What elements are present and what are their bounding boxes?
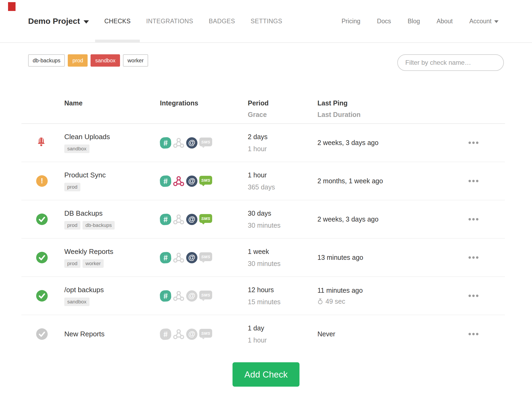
last-ping-value: 11 minutes ago [317, 287, 467, 294]
table-row: DB Backups prod db-backups # @ SMS 30 da… [21, 200, 505, 239]
period-value: 2 days [248, 133, 317, 141]
check-name: Product Sync [64, 171, 160, 179]
check-name: /opt backups [64, 286, 160, 294]
slack-icon: # [160, 175, 172, 187]
account-menu[interactable]: Account [469, 18, 499, 25]
check-name-cell[interactable]: Clean Uploads sandbox [64, 133, 160, 153]
row-menu-button[interactable] [467, 139, 479, 147]
email-icon: @ [186, 329, 197, 340]
slack-icon: # [160, 290, 172, 302]
row-menu-button[interactable] [467, 330, 479, 338]
last-ping-value: Never [317, 330, 467, 338]
status-new-icon [36, 328, 48, 340]
filter-bar: db-backups prod sandbox worker [28, 54, 504, 71]
last-ping-value: 2 weeks, 3 days ago [317, 215, 467, 223]
sms-icon: SMS [199, 214, 212, 223]
row-menu-button[interactable] [467, 177, 479, 185]
tab-integrations[interactable]: INTEGRATIONS [146, 0, 193, 42]
col-header-last-ping: Last Ping [317, 99, 467, 107]
grace-value: 30 minutes [248, 222, 317, 229]
check-name-cell[interactable]: Weekly Reports prod worker [64, 248, 160, 268]
last-ping-value: 2 weeks, 3 days ago [317, 139, 467, 147]
check-name-filter-input[interactable] [397, 54, 504, 71]
check-name-cell[interactable]: /opt backups sandbox [64, 286, 160, 306]
col-header-integrations: Integrations [160, 99, 248, 107]
link-about[interactable]: About [437, 18, 453, 25]
tag-filter-prod[interactable]: prod [68, 54, 88, 67]
tag-filter-sandbox[interactable]: sandbox [91, 54, 120, 67]
period-value: 12 hours [248, 286, 317, 294]
check-name: DB Backups [64, 209, 160, 218]
alert-bell-icon [36, 136, 46, 148]
tag-filter-db-backups[interactable]: db-backups [28, 54, 65, 67]
link-blog[interactable]: Blog [408, 18, 420, 25]
table-row: ! Product Sync prod # @ SMS 1 hour 365 d… [21, 162, 505, 200]
tag-chip: db-backups [83, 221, 115, 230]
webhook-icon [173, 176, 184, 187]
sms-icon: SMS [199, 176, 212, 185]
period-value: 1 day [248, 324, 317, 332]
tab-settings[interactable]: SETTINGS [251, 0, 282, 42]
tag-chip: prod [64, 259, 80, 268]
table-row: Clean Uploads sandbox # @ SMS 2 days 1 h… [21, 124, 505, 162]
check-name-cell[interactable]: New Reports [64, 330, 160, 338]
nav-links: Pricing Docs Blog About Account [342, 18, 499, 25]
tag-filter-worker[interactable]: worker [123, 54, 148, 67]
link-pricing[interactable]: Pricing [342, 18, 360, 25]
check-name: New Reports [64, 330, 160, 338]
chevron-down-icon [494, 20, 499, 23]
row-menu-button[interactable] [467, 292, 479, 300]
email-icon: @ [186, 290, 197, 302]
col-header-period: Period [248, 99, 317, 107]
table-row: /opt backups sandbox # @ SMS 12 hours 15… [21, 277, 505, 315]
link-docs[interactable]: Docs [377, 18, 391, 25]
check-name-cell[interactable]: DB Backups prod db-backups [64, 209, 160, 230]
tag-chip: sandbox [64, 298, 89, 306]
col-header-grace: Grace [248, 111, 317, 119]
last-ping-value: 13 minutes ago [317, 254, 467, 261]
webhook-icon [173, 214, 184, 225]
top-nav: Demo Project CHECKS INTEGRATIONS BADGES … [0, 0, 532, 43]
slack-icon: # [160, 328, 172, 340]
row-menu-button[interactable] [467, 215, 479, 223]
check-name-cell[interactable]: Product Sync prod [64, 171, 160, 191]
col-header-name: Name [64, 99, 160, 107]
check-name: Weekly Reports [64, 248, 160, 256]
sms-icon: SMS [199, 138, 212, 146]
check-name: Clean Uploads [64, 133, 160, 141]
slack-icon: # [160, 137, 172, 149]
tab-checks[interactable]: CHECKS [104, 0, 130, 42]
status-ok-icon [36, 214, 48, 225]
email-icon: @ [186, 252, 197, 263]
stopwatch-icon [317, 298, 323, 304]
webhook-icon [173, 137, 184, 148]
period-value: 1 hour [248, 171, 317, 179]
webhook-icon [173, 329, 184, 340]
email-icon: @ [186, 176, 197, 187]
chevron-down-icon [84, 20, 89, 24]
table-row: New Reports # @ SMS 1 day 1 hour Never [21, 315, 505, 353]
account-label: Account [469, 18, 492, 25]
tag-chip: prod [64, 183, 80, 191]
sms-icon: SMS [199, 291, 212, 299]
table-header: Name Integrations Period Grace Last Ping… [21, 93, 505, 124]
slack-icon: # [160, 213, 172, 225]
tag-chip: prod [64, 221, 80, 230]
last-duration-value: 49 sec [325, 298, 345, 305]
checks-table: Name Integrations Period Grace Last Ping… [21, 93, 505, 353]
row-menu-button[interactable] [467, 254, 479, 261]
tag-chip: sandbox [64, 144, 89, 153]
add-check-button[interactable]: Add Check [233, 362, 299, 387]
tab-badges[interactable]: BADGES [209, 0, 235, 42]
col-header-last-duration: Last Duration [317, 111, 467, 119]
project-switcher[interactable]: Demo Project [28, 17, 89, 26]
nav-tabs: CHECKS INTEGRATIONS BADGES SETTINGS [104, 0, 282, 42]
warning-exclamation-icon: ! [36, 175, 48, 187]
sms-icon: SMS [199, 252, 212, 261]
grace-value: 365 days [248, 183, 317, 191]
email-icon: @ [186, 137, 197, 148]
webhook-icon [173, 290, 184, 302]
project-name: Demo Project [28, 17, 80, 26]
period-value: 30 days [248, 210, 317, 217]
tag-chip: worker [83, 259, 104, 268]
